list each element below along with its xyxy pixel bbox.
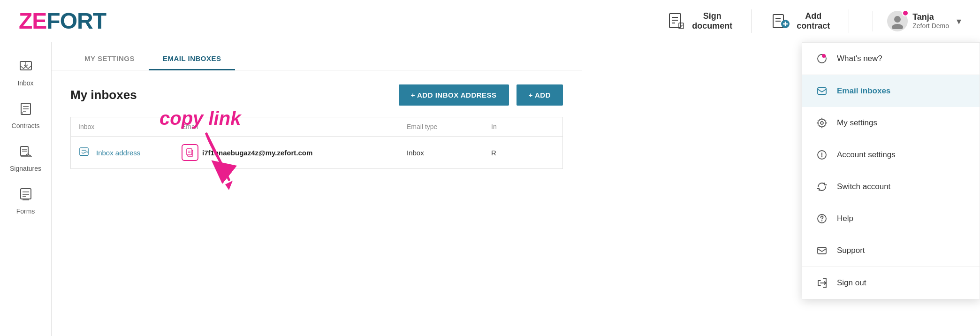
header: ZEFORT Signdocument xyxy=(0,0,980,42)
email-inboxes-icon xyxy=(815,84,828,98)
logo-fort: FORT xyxy=(46,8,106,33)
col-header-inbox: Inbox xyxy=(78,123,182,130)
header-actions: Signdocument Addcontract xyxy=(666,9,961,33)
divider2 xyxy=(849,9,849,33)
sign-document-label: Signdocument xyxy=(692,11,732,31)
add-button[interactable]: + ADD xyxy=(517,84,563,106)
account-settings-label: Account settings xyxy=(837,150,896,160)
id-cell: R xyxy=(491,149,538,157)
user-info: Tanja Zefort Demo xyxy=(912,12,949,30)
tabs: MY SETTINGS EMAIL INBOXES xyxy=(52,42,582,70)
sidebar-item-forms-label: Forms xyxy=(16,207,35,215)
svg-point-40 xyxy=(820,122,823,124)
sign-document-icon xyxy=(666,11,686,31)
chevron-down-icon[interactable]: ▾ xyxy=(957,15,961,27)
switch-account-icon xyxy=(815,180,828,193)
email-address: i7f1bnaebugaz4z@my.zefort.com xyxy=(202,149,312,157)
svg-point-12 xyxy=(892,24,903,29)
col-header-id: In xyxy=(491,123,538,130)
email-cell: i7f1bnaebugaz4z@my.zefort.com xyxy=(182,144,407,161)
whats-new-label: What's new? xyxy=(837,54,882,63)
forms-icon xyxy=(19,187,33,205)
inbox-address-icon xyxy=(78,146,91,159)
dropdown-item-sign-out[interactable]: Sign out xyxy=(802,267,980,299)
sign-out-icon xyxy=(815,276,828,290)
add-inbox-address-button[interactable]: + ADD INBOX ADDRESS xyxy=(399,84,509,106)
notification-dot xyxy=(902,10,909,16)
dropdown-item-whats-new[interactable]: What's new? xyxy=(802,43,980,75)
dropdown-item-help[interactable]: Help xyxy=(802,203,980,235)
add-contract-label: Addcontract xyxy=(797,11,830,31)
inbox-name: Inbox address xyxy=(96,149,140,157)
svg-rect-33 xyxy=(187,149,192,155)
help-label: Help xyxy=(837,214,853,223)
user-name: Tanja xyxy=(912,12,949,22)
svg-point-43 xyxy=(821,156,822,157)
logo-ze: ZE xyxy=(19,8,46,33)
add-label: + ADD xyxy=(529,91,551,99)
sidebar-item-contracts[interactable]: 1 Contracts xyxy=(0,94,51,137)
main-content: MY SETTINGS EMAIL INBOXES My inboxes + A… xyxy=(52,42,582,336)
support-icon xyxy=(815,244,828,257)
svg-point-45 xyxy=(821,220,822,221)
svg-point-38 xyxy=(822,54,826,58)
inboxes-title: My inboxes xyxy=(70,88,137,102)
svg-point-11 xyxy=(894,16,901,23)
sidebar-item-signatures[interactable]: Signatures xyxy=(0,137,51,180)
logo: ZEFORT xyxy=(19,8,106,34)
sidebar-item-contracts-label: Contracts xyxy=(12,122,40,130)
user-section[interactable]: Tanja Zefort Demo ▾ xyxy=(873,11,961,31)
svg-rect-24 xyxy=(21,189,31,199)
whats-new-icon xyxy=(815,52,828,65)
sidebar-item-inbox[interactable]: Inbox xyxy=(0,52,51,94)
copy-email-button[interactable] xyxy=(182,144,198,161)
col-header-type: Email type xyxy=(407,123,491,130)
contracts-icon: 1 xyxy=(19,102,33,119)
inbox-name-cell: Inbox address xyxy=(78,146,182,159)
col-header-email: Email xyxy=(182,123,407,130)
table-header: Inbox Email Email type In xyxy=(71,117,562,137)
inboxes-header: My inboxes + ADD INBOX ADDRESS + ADD xyxy=(70,84,563,106)
sidebar-item-signatures-label: Signatures xyxy=(10,165,41,172)
sidebar-item-inbox-label: Inbox xyxy=(17,79,33,87)
dropdown-menu: What's new? Email inboxes My settings xyxy=(802,42,980,299)
add-contract-button[interactable]: Addcontract xyxy=(770,11,830,31)
tab-my-settings[interactable]: MY SETTINGS xyxy=(70,48,149,70)
dropdown-item-support[interactable]: Support xyxy=(802,235,980,267)
support-label: Support xyxy=(837,246,865,255)
dropdown-item-switch-account[interactable]: Switch account xyxy=(802,171,980,203)
svg-rect-39 xyxy=(818,88,826,94)
action-buttons: + ADD INBOX ADDRESS + ADD xyxy=(399,84,563,106)
divider xyxy=(751,9,752,33)
sign-document-button[interactable]: Signdocument xyxy=(666,11,732,31)
sidebar: Inbox 1 Contracts Signatures xyxy=(0,42,52,336)
tab-email-inboxes[interactable]: EMAIL INBOXES xyxy=(149,48,236,70)
table-row: Inbox address i7f1bnaebugaz4z@my.zefort.… xyxy=(71,137,562,168)
user-org: Zefort Demo xyxy=(912,22,949,30)
my-settings-icon xyxy=(815,116,828,130)
email-type-cell: Inbox xyxy=(407,149,491,157)
my-settings-label: My settings xyxy=(837,118,877,128)
email-inboxes-label: Email inboxes xyxy=(837,86,890,96)
inbox-icon xyxy=(19,59,33,76)
svg-rect-46 xyxy=(818,247,826,254)
signatures-icon xyxy=(19,145,33,162)
account-settings-icon xyxy=(815,148,828,161)
dropdown-item-my-settings[interactable]: My settings xyxy=(802,107,980,139)
help-icon xyxy=(815,212,828,225)
dropdown-item-account-settings[interactable]: Account settings xyxy=(802,139,980,171)
sidebar-item-forms[interactable]: Forms xyxy=(0,180,51,222)
sign-out-label: Sign out xyxy=(837,278,866,288)
inboxes-table: Inbox Email Email type In Inbox address xyxy=(70,117,563,169)
content-area: My inboxes + ADD INBOX ADDRESS + ADD Inb… xyxy=(52,70,582,183)
avatar xyxy=(887,11,908,31)
dropdown-item-email-inboxes[interactable]: Email inboxes xyxy=(802,75,980,107)
switch-account-label: Switch account xyxy=(837,182,890,191)
add-contract-icon xyxy=(770,11,791,31)
add-inbox-address-label: + ADD INBOX ADDRESS xyxy=(411,91,497,99)
svg-text:1: 1 xyxy=(21,111,23,116)
